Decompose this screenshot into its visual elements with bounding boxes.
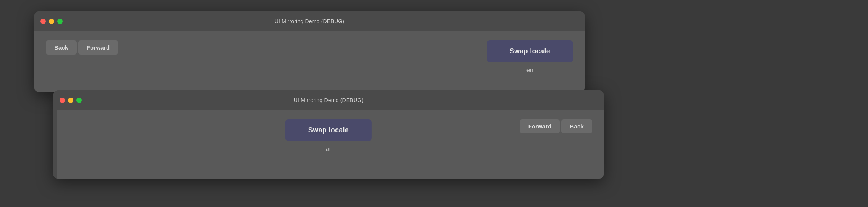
window-2: UI Mirroring Demo (DEBUG) Swap locale ar… (53, 90, 604, 179)
minimize-button-2[interactable] (68, 98, 73, 103)
window-1: UI Mirroring Demo (DEBUG) Back Forward S… (34, 11, 585, 92)
swap-section-2: Swap locale ar (285, 119, 372, 152)
forward-button-2[interactable]: Forward (520, 119, 560, 133)
minimize-button-1[interactable] (49, 19, 54, 24)
back-button-1[interactable]: Back (46, 40, 77, 55)
locale-label-1: en (526, 67, 533, 74)
titlebar-1: UI Mirroring Demo (DEBUG) (34, 11, 585, 31)
maximize-button-1[interactable] (57, 19, 63, 24)
forward-button-1[interactable]: Forward (78, 40, 118, 55)
close-button-1[interactable] (40, 19, 46, 24)
locale-label-2: ar (326, 146, 331, 152)
window-content-1: Back Forward Swap locale en (34, 31, 585, 92)
swap-locale-button-1[interactable]: Swap locale (487, 40, 573, 62)
window-title-2: UI Mirroring Demo (DEBUG) (294, 97, 363, 103)
traffic-lights-1 (40, 19, 63, 24)
close-button-2[interactable] (60, 98, 65, 103)
titlebar-2: UI Mirroring Demo (DEBUG) (53, 90, 604, 110)
back-button-2[interactable]: Back (561, 119, 592, 133)
left-panel (53, 110, 57, 179)
traffic-lights-2 (60, 98, 82, 103)
swap-section-1: Swap locale en (487, 40, 573, 74)
maximize-button-2[interactable] (76, 98, 82, 103)
swap-locale-button-2[interactable]: Swap locale (285, 119, 372, 141)
nav-buttons-right-2: Forward Back (520, 119, 592, 133)
nav-buttons-left-1: Back Forward (46, 40, 118, 55)
window-title-1: UI Mirroring Demo (DEBUG) (275, 18, 344, 24)
